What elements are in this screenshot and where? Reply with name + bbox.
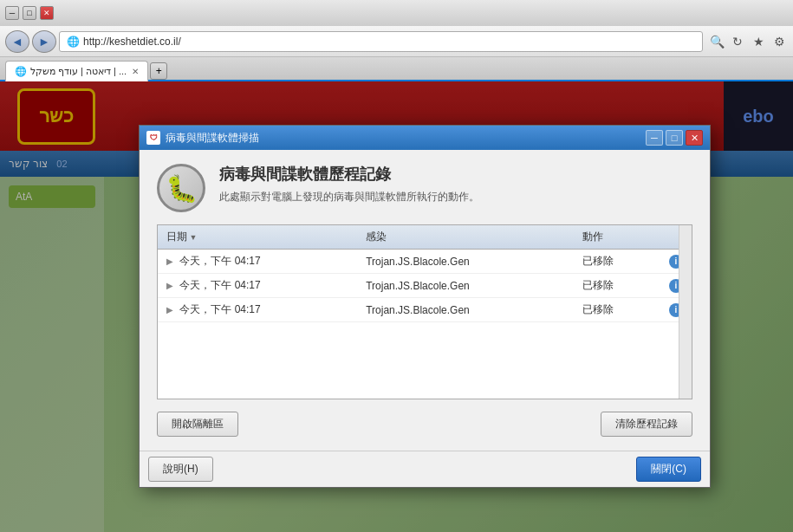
- table-row[interactable]: ▶ 今天，下午 04:17 Trojan.JS.Blacole.Gen 已移除 …: [158, 250, 692, 274]
- new-tab-button[interactable]: +: [150, 62, 167, 80]
- tab-label: דיאטה | עודף משקל | ...: [30, 66, 127, 77]
- col-action-header[interactable]: 動作: [574, 225, 660, 250]
- row2-action: 已移除: [574, 274, 660, 298]
- browser-window: ─ □ ✕ ◄ ► 🌐 http://keshetdiet.co.il/ 🔍 ↻…: [0, 0, 793, 532]
- row2-info: i: [660, 274, 692, 298]
- dialog-header: 🐛 病毒與間諜軟體歷程記錄 此處顯示對電腦上發現的病毒與間諜軟體所執行的動作。: [157, 164, 692, 212]
- table-body: ▶ 今天，下午 04:17 Trojan.JS.Blacole.Gen 已移除 …: [158, 250, 692, 322]
- shield-icon: 🛡: [150, 133, 158, 142]
- dialog-window-buttons: ─ □ ✕: [646, 130, 703, 146]
- back-button[interactable]: ◄: [5, 30, 29, 53]
- info-button-1[interactable]: i: [669, 255, 683, 269]
- row1-info: i: [660, 250, 692, 274]
- bug-image: 🐛: [166, 173, 198, 204]
- dialog-close-footer-button[interactable]: 關閉(C): [636, 457, 701, 482]
- favorites-icon[interactable]: ★: [750, 33, 767, 50]
- info-button-3[interactable]: i: [669, 303, 683, 317]
- dialog-body: 🐛 病毒與間諜軟體歷程記錄 此處顯示對電腦上發現的病毒與間諜軟體所執行的動作。: [140, 150, 710, 451]
- row1-infection: Trojan.JS.Blacole.Gen: [357, 250, 574, 274]
- tab-favicon: 🌐: [15, 66, 27, 77]
- dialog-header-text: 病毒與間諜軟體歷程記錄 此處顯示對電腦上發現的病毒與間諜軟體所執行的動作。: [219, 164, 479, 204]
- dialog-main-title: 病毒與間諜軟體歷程記錄: [219, 164, 479, 185]
- dialog-title-icon: 🛡: [146, 131, 160, 145]
- tabs-bar: 🌐 דיאטה | עודף משקל | ... ✕ +: [0, 57, 793, 81]
- active-tab[interactable]: 🌐 דיאטה | עודף משקל | ... ✕: [5, 61, 148, 81]
- table-header: 日期 感染 動作: [158, 225, 692, 250]
- info-button-2[interactable]: i: [669, 279, 683, 293]
- expand-icon-3[interactable]: ▶: [166, 305, 173, 315]
- browser-close-button[interactable]: ✕: [40, 6, 54, 20]
- expand-icon-2[interactable]: ▶: [166, 281, 173, 290]
- table-scroll-area[interactable]: 日期 感染 動作 ▶ 今天，下午 04:17: [158, 225, 692, 399]
- dialog-titlebar: 🛡 病毒與間諜軟體掃描 ─ □ ✕: [140, 126, 710, 150]
- row3-info: i: [660, 298, 692, 322]
- tools-icon[interactable]: ⚙: [770, 33, 788, 50]
- refresh-icon[interactable]: ↻: [729, 33, 746, 50]
- row3-date: ▶ 今天，下午 04:17: [158, 298, 357, 322]
- clear-history-button[interactable]: 清除歷程記錄: [601, 412, 692, 437]
- open-quarantine-button[interactable]: 開啟隔離區: [157, 412, 238, 437]
- dialog-left-buttons: 開啟隔離區: [157, 412, 238, 437]
- browser-maximize-button[interactable]: □: [23, 6, 36, 20]
- bug-icon: 🐛: [157, 164, 205, 212]
- row1-date: ▶ 今天，下午 04:17: [158, 250, 357, 274]
- title-bar-left: ─ □ ✕: [5, 6, 54, 20]
- address-bar[interactable]: 🌐 http://keshetdiet.co.il/: [59, 31, 703, 52]
- infections-table-wrapper: 日期 感染 動作 ▶ 今天，下午 04:17: [157, 224, 692, 399]
- table-row[interactable]: ▶ 今天，下午 04:17 Trojan.JS.Blacole.Gen 已移除 …: [158, 274, 692, 298]
- url-text: http://keshetdiet.co.il/: [83, 36, 181, 48]
- page-icon: 🌐: [67, 36, 80, 48]
- row1-date-text: 今天，下午 04:17: [179, 255, 260, 267]
- row2-date-text: 今天，下午 04:17: [179, 279, 260, 291]
- col-infection-header[interactable]: 感染: [357, 225, 574, 250]
- dialog-action-buttons: 開啟隔離區 清除歷程記錄: [157, 412, 692, 437]
- search-icon[interactable]: 🔍: [708, 33, 725, 50]
- browser-minimize-button[interactable]: ─: [5, 6, 19, 20]
- row3-action: 已移除: [574, 298, 660, 322]
- dialog-footer: 說明(H) 關閉(C): [140, 451, 710, 487]
- help-button[interactable]: 說明(H): [148, 457, 213, 482]
- infections-table: 日期 感染 動作 ▶ 今天，下午 04:17: [158, 225, 692, 322]
- nav-bar: ◄ ► 🌐 http://keshetdiet.co.il/ 🔍 ↻ ★ ⚙: [0, 26, 793, 57]
- row3-infection: Trojan.JS.Blacole.Gen: [357, 298, 574, 322]
- col-info-header: [660, 225, 692, 250]
- forward-button[interactable]: ►: [32, 30, 56, 53]
- title-bar: ─ □ ✕: [0, 0, 793, 26]
- dialog-right-buttons: 清除歷程記錄: [601, 412, 692, 437]
- row3-date-text: 今天，下午 04:17: [179, 303, 260, 315]
- row2-date: ▶ 今天，下午 04:17: [158, 274, 357, 298]
- browser-content: כשר אותנו ב ויכנ ebo צור קשר 02: [0, 81, 793, 532]
- col-date-header[interactable]: 日期: [158, 225, 357, 250]
- expand-icon-1[interactable]: ▶: [166, 256, 173, 266]
- row2-infection: Trojan.JS.Blacole.Gen: [357, 274, 574, 298]
- nav-icons: 🔍 ↻ ★ ⚙: [708, 33, 788, 50]
- virus-scan-dialog: 🛡 病毒與間諜軟體掃描 ─ □ ✕ 🐛 病毒與間諜軟體: [139, 125, 711, 488]
- table-row[interactable]: ▶ 今天，下午 04:17 Trojan.JS.Blacole.Gen 已移除 …: [158, 298, 692, 322]
- dialog-description: 此處顯示對電腦上發現的病毒與間諜軟體所執行的動作。: [219, 190, 479, 204]
- row1-action: 已移除: [574, 250, 660, 274]
- dialog-maximize-button[interactable]: □: [666, 130, 683, 146]
- dialog-title: 病毒與間諜軟體掃描: [166, 131, 646, 146]
- dialog-minimize-button[interactable]: ─: [646, 130, 663, 146]
- dialog-close-button[interactable]: ✕: [686, 130, 703, 146]
- tab-close-button[interactable]: ✕: [132, 67, 139, 76]
